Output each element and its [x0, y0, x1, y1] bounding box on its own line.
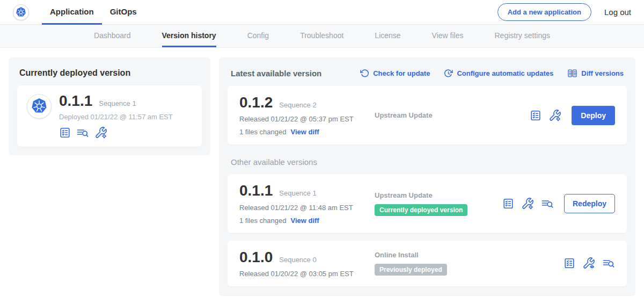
files-changed-label: 1 files changed [239, 128, 286, 136]
version-number: 0.1.2 [239, 95, 273, 110]
preflight-checklist-icon[interactable] [59, 127, 71, 139]
redeploy-button[interactable]: Redeploy [564, 194, 615, 213]
currently-deployed-badge: Currently deployed version [375, 204, 467, 216]
deployed-sequence-label: Sequence 1 [99, 99, 136, 107]
config-wrench-gear-icon[interactable] [521, 197, 534, 210]
previously-deployed-badge: Previously deployed [375, 264, 447, 276]
released-timestamp: Released 01/20/22 @ 03:05 pm EST [239, 270, 375, 278]
preflight-checklist-icon[interactable] [564, 257, 575, 269]
sequence-label: Sequence 0 [279, 256, 316, 264]
sequence-label: Sequence 1 [279, 189, 316, 197]
diff-versions-link[interactable]: Diff versions [567, 68, 624, 78]
released-timestamp: Released 01/21/22 @ 05:37 pm EST [239, 115, 375, 123]
deploy-logs-icon[interactable] [602, 257, 615, 270]
released-timestamp: Released 01/21/22 @ 11:48 am EST [239, 204, 375, 212]
sequence-label: Sequence 2 [279, 101, 316, 109]
main-content: Currently deployed version 0.1.1 Sequenc… [0, 48, 644, 303]
deploy-logs-icon[interactable] [76, 126, 89, 139]
top-header: Application GitOps Add a new application… [0, 0, 644, 25]
logout-button[interactable]: Log out [604, 8, 631, 17]
tab-gitops[interactable]: GitOps [102, 0, 145, 25]
preflight-checklist-icon[interactable] [502, 198, 514, 210]
other-available-title: Other available versions [231, 157, 624, 167]
subtab-dashboard[interactable]: Dashboard [94, 25, 131, 47]
version-number: 0.1.0 [239, 249, 273, 265]
version-number: 0.1.1 [239, 183, 273, 198]
config-wrench-eye-icon[interactable] [582, 257, 595, 270]
kubernetes-icon [15, 6, 27, 18]
subtab-view-files[interactable]: View files [432, 25, 464, 47]
deploy-logs-icon[interactable] [541, 197, 554, 210]
available-versions-panel: Latest available version Check for updat… [219, 57, 635, 296]
tab-application[interactable]: Application [42, 0, 102, 25]
subtab-license[interactable]: License [375, 25, 400, 47]
subtab-registry-settings[interactable]: Registry settings [495, 25, 550, 47]
app-subnav: Dashboard Version history Config Trouble… [0, 25, 644, 48]
deployed-version-card: 0.1.1 Sequence 1 Deployed 01/21/22 @ 11:… [17, 85, 202, 147]
version-source-label: Online Install [375, 251, 564, 259]
version-row-0-1-1: 0.1.1 Sequence 1 Released 01/21/22 @ 11:… [228, 174, 627, 233]
version-actions: Check for update Configure automatic upd… [360, 68, 624, 78]
config-wrench-gear-icon[interactable] [548, 109, 561, 122]
clock-refresh-icon [444, 69, 453, 78]
header-tabs: Application GitOps [42, 0, 145, 25]
view-diff-link[interactable]: View diff [290, 128, 319, 136]
check-for-update-link[interactable]: Check for update [360, 69, 430, 78]
version-row-0-1-2: 0.1.2 Sequence 2 Released 01/21/22 @ 05:… [228, 86, 627, 145]
header-right: Add a new application Log out [497, 3, 631, 21]
view-diff-link[interactable]: View diff [290, 217, 319, 225]
deployed-panel-title: Currently deployed version [19, 68, 200, 78]
currently-deployed-panel: Currently deployed version 0.1.1 Sequenc… [9, 57, 210, 155]
diff-columns-icon [567, 68, 577, 78]
kubernetes-icon [30, 97, 48, 116]
deploy-button[interactable]: Deploy [572, 106, 615, 125]
refresh-icon [360, 69, 369, 78]
config-wrench-gear-icon[interactable] [94, 126, 107, 139]
preflight-checklist-icon[interactable] [530, 110, 541, 121]
files-changed-label: 1 files changed [239, 217, 286, 225]
latest-available-title: Latest available version [231, 69, 321, 78]
version-source-label: Upstream Update [375, 191, 502, 199]
add-application-button[interactable]: Add a new application [497, 3, 591, 21]
app-logo [13, 4, 29, 20]
app-logo-large [27, 94, 52, 119]
deployed-timestamp: Deployed 01/21/22 @ 11:57 am EST [59, 113, 173, 121]
deployed-version-number: 0.1.1 [59, 93, 92, 109]
version-row-0-1-0: 0.1.0 Sequence 0 Released 01/20/22 @ 03:… [228, 241, 627, 286]
subtab-version-history[interactable]: Version history [162, 25, 216, 47]
version-source-label: Upstream Update [375, 111, 530, 119]
subtab-config[interactable]: Config [247, 25, 269, 47]
configure-automatic-updates-link[interactable]: Configure automatic updates [444, 69, 553, 78]
subtab-troubleshoot[interactable]: Troubleshoot [300, 25, 343, 47]
